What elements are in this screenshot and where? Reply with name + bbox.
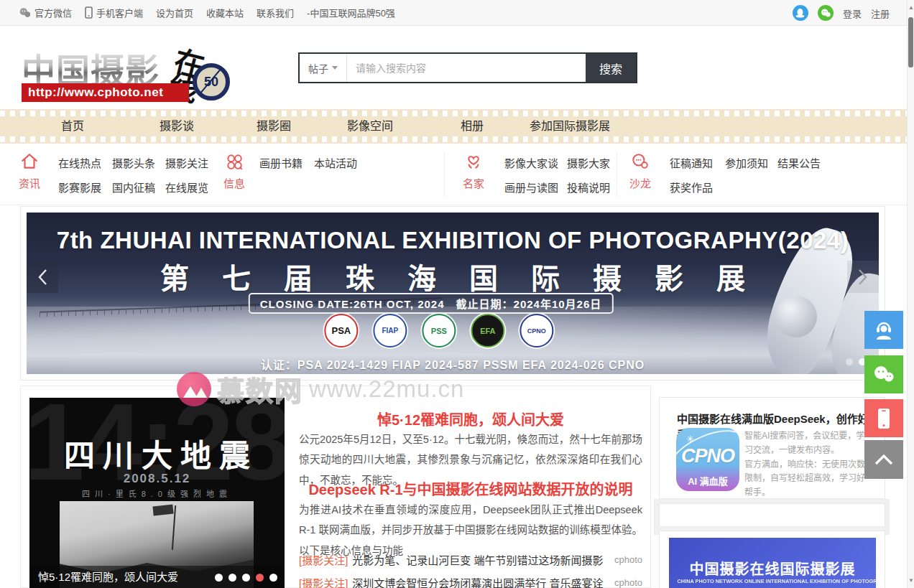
mobile-app-button[interactable] [864,399,903,437]
cpno-app-icon[interactable]: ✳ CPNO AI 满血版 [676,428,739,491]
topbar-mobile-client[interactable]: 手机客户端 [85,6,143,19]
banner-title-cn: 第七届珠海国际摄影展 [27,256,879,297]
news-tag: [摄影关注] [299,575,348,588]
news-author: cphoto [614,554,642,565]
subnav-link[interactable]: 征稿通知 [670,155,713,170]
wechat-login-icon[interactable] [818,5,834,21]
search-bar: 帖子 搜索 [298,52,637,83]
search-input[interactable] [347,54,586,82]
register-link[interactable]: 注册 [871,6,890,20]
subnav-link[interactable]: 摄影大家 [567,155,610,170]
nav-home[interactable]: 首页 [61,109,84,144]
carousel-next-arrow[interactable] [847,261,879,293]
subnav-link[interactable]: 投稿说明 [567,179,610,195]
home-icon [20,152,39,171]
carousel-pagination [215,574,277,582]
hero-banner[interactable]: 7th ZHUHAI INTERNATIONAL EXHIBITION OF P… [27,213,879,374]
carousel-dot-2[interactable] [228,574,236,582]
subnav-link[interactable]: 在线热点 [58,155,101,170]
headset-icon [873,320,895,340]
scrollbar-thumb[interactable] [908,17,913,67]
efa-logo: EFA [471,314,504,347]
subnav-link[interactable]: 获奖作品 [670,179,713,195]
subnav-link[interactable]: 画册书籍 [259,155,303,170]
topbar-bookmark[interactable]: 收藏本站 [206,6,244,19]
divider [617,152,617,197]
banner-dot-1[interactable] [846,358,853,365]
subnav-link[interactable]: 影赛影展 [58,179,101,195]
subnav-link[interactable]: 国内征稿 [112,179,155,195]
login-link[interactable]: 登录 [843,6,862,20]
subnav-link[interactable]: 影像大家谈 [504,155,558,170]
nav-photo-talk[interactable]: 摄影谈 [160,109,194,144]
memorial-carousel[interactable]: 14:28 四川大地震 2008.5.12 四川·里氏8.0级强烈地震 悼5·1… [29,398,285,588]
carousel-dot-3[interactable] [242,574,250,582]
scroll-up-arrow[interactable]: ▲ [908,4,914,11]
banner-cert-logos: PSA FIAP PSS EFA CPNO [324,314,553,347]
topbar-set-homepage[interactable]: 设为首页 [156,6,193,19]
subnav-link[interactable]: 参加须知 [725,155,768,170]
hero-banner-card: 7th ZHUHAI INTERNATIONAL EXHIBITION OF P… [20,206,885,381]
subnav-link[interactable]: 摄影头条 [112,155,155,170]
subnav-link[interactable]: 画册与读图 [504,179,558,195]
subnav-link[interactable]: 摄影关注 [165,155,208,170]
secondary-nav: 资讯 在线热点影赛影展 摄影头条国内征稿 摄影关注在线展览 信息 画册书籍 本站… [0,144,914,205]
topbar-item-label: 官方微信 [34,6,72,19]
news-author: cphoto [614,577,642,588]
nav-photo-circle[interactable]: 摄影圈 [257,109,291,144]
subnav-link[interactable]: 结果公告 [777,155,821,170]
divider [444,152,445,197]
carousel-subtitle: 四川·里氏8.0级强烈地震 [29,487,285,499]
article-title-deepseek[interactable]: Deepseek R-1与中国摄影在线网站数据开放的说明 [299,478,642,499]
deepseek-promo-desc: 智能AI搜索问答，会议纪要，学习交流，一键发布内容。 官方满血，响应快：无使用次… [744,429,872,500]
mobile-phone-icon [875,407,892,430]
chevron-up-icon [873,453,895,466]
deepseek-promo-card: 中国摄影在线满血版DeepSeek，创作好帮手！ ✳ CPNO AI 满血版 智… [659,397,885,499]
site-logo[interactable]: 中国摄影 在线 http://www.cphoto.net 50 [22,46,223,106]
subnav-salon-group[interactable]: 沙龙 [620,152,660,190]
carousel-dot-5[interactable] [269,574,277,582]
main-content-card: 14:28 四川大地震 2008.5.12 四川·里氏8.0级强烈地震 悼5·1… [20,386,651,588]
carousel-prev-arrow[interactable] [27,261,58,293]
topbar-contact[interactable]: 联系我们 [257,6,294,19]
nav-image-space[interactable]: 影像空间 [347,109,393,144]
search-category-select[interactable]: 帖子 [300,54,347,82]
carousel-dot-1[interactable] [215,574,223,582]
subnav-info-group[interactable]: 信息 [214,152,254,190]
search-button[interactable]: 搜索 [586,54,636,82]
site-header: 中国摄影 在线 http://www.cphoto.net 50 帖子 搜索 [0,27,914,109]
subnav-news-group[interactable]: 资讯 [9,152,50,190]
psa-logo: PSA [324,314,358,347]
expo-title: 中国摄影在线国际摄影展 [669,558,876,579]
carousel-dot-4-active[interactable] [256,574,264,582]
subnav-link[interactable]: 在线展览 [165,179,208,195]
subnav-masters-group[interactable]: 名家 [453,152,494,190]
heart-hands-icon [464,152,483,171]
news-link[interactable]: 光影为笔、记录山河巨变 端午节别错过这场新闻摄影 [352,552,606,567]
expo-banner-link[interactable]: 中国摄影在线国际摄影展 CHINA PHOTO NETWORK ONLINE I… [669,538,876,588]
chat-bubble-icon [631,152,650,171]
nav-album[interactable]: 相册 [461,109,484,144]
nav-intl-exhibition[interactable]: 参加国际摄影展 [530,109,610,144]
banner-pagination [846,358,866,365]
article-title-memorial[interactable]: 悼5·12罹难同胞，颂人间大爱 [299,409,642,429]
chevron-left-icon [36,268,49,286]
back-to-top-button[interactable] [864,440,903,479]
news-list-item: [摄影关注] 深圳文博会智恒分会场闭幕演出圆满举行 音乐盛宴诠 cphoto [299,575,642,588]
phone-icon [85,6,93,19]
banner-closing-date: CLOSING DATE:26TH OCT, 2024 截止日期：2024年10… [249,293,614,314]
topbar-wechat-official[interactable]: 官方微信 [19,6,72,19]
page-scrollbar[interactable]: ▲ ▼ [907,0,914,588]
news-link[interactable]: 深圳文博会智恒分会场闭幕演出圆满举行 音乐盛宴诠 [352,575,606,588]
subnav-link[interactable]: 本站活动 [314,155,357,170]
chevron-down-icon [332,66,338,70]
qq-login-icon[interactable] [793,5,808,21]
info-circles-icon [225,152,244,171]
wechat-gray-icon [19,7,31,18]
expo-banner-card: 中国摄影在线国际摄影展 CHINA PHOTO NETWORK ONLINE I… [659,531,885,588]
carousel-caption: 悼5·12罹难同胞，颂人间大爱 [38,566,178,588]
scroll-down-arrow[interactable]: ▼ [908,577,914,584]
wechat-share-button[interactable] [864,355,903,393]
customer-service-button[interactable] [864,311,903,349]
logo-url: http://www.cphoto.net [22,83,189,102]
